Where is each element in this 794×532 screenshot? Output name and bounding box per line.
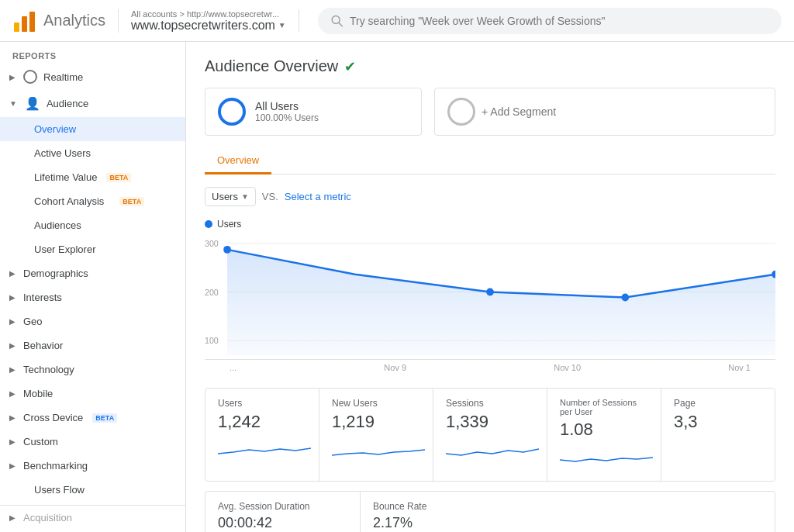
segment-bar: All Users 100.00% Users + Add Segment <box>205 88 775 136</box>
arrow-icon: ▶ <box>9 293 16 302</box>
sidebar-item-lifetime-value[interactable]: Lifetime Value BETA <box>0 165 185 189</box>
metric-users-value: 1,242 <box>218 412 306 432</box>
sidebar-item-geo[interactable]: ▶ Geo <box>0 309 185 333</box>
sidebar-item-mobile[interactable]: ▶ Mobile <box>0 382 185 406</box>
legend-label: Users <box>217 219 241 230</box>
svg-line-4 <box>339 22 343 26</box>
sidebar-item-label: Demographics <box>23 268 88 279</box>
metric-new-users-name: New Users <box>332 398 420 409</box>
add-segment-label: + Add Segment <box>482 105 556 118</box>
arrow-icon: ▶ <box>9 389 16 398</box>
sidebar-item-users-flow[interactable]: Users Flow <box>0 478 185 502</box>
sidebar-item-realtime[interactable]: ▶ Realtime <box>0 64 185 90</box>
arrow-icon: ▶ <box>9 461 16 470</box>
svg-rect-1 <box>22 16 27 32</box>
tab-overview[interactable]: Overview <box>205 148 271 174</box>
metric-sessions-name: Sessions <box>446 398 534 409</box>
domain-caret-icon: ▼ <box>278 21 286 29</box>
sidebar-item-audiences[interactable]: Audiences <box>0 213 185 237</box>
domain-selector[interactable]: All accounts > http://www.topsecretwr...… <box>118 9 299 33</box>
sidebar-item-label: Mobile <box>23 388 53 399</box>
metric-bounce-rate-value: 2.17% <box>373 515 503 531</box>
sidebar-item-benchmarking[interactable]: ▶ Benchmarking <box>0 454 185 478</box>
svg-rect-0 <box>14 22 19 32</box>
metric-sessions: Sessions 1,339 <box>433 389 547 481</box>
segment-info: All Users 100.00% Users <box>255 100 319 123</box>
metrics-bottom: Avg. Session Duration 00:00:42 Bounce Ra… <box>205 491 775 532</box>
sidebar-item-overview[interactable]: Overview <box>0 117 185 141</box>
realtime-icon <box>23 70 37 84</box>
metric-page-value: 3,3 <box>674 412 762 432</box>
sidebar-item-cohort-analysis[interactable]: Cohort Analysis BETA <box>0 189 185 213</box>
metric-sessions-per-user-value: 1.08 <box>560 420 648 440</box>
users-sparkline <box>218 438 311 461</box>
x-label-3: Nov 1 <box>728 363 751 372</box>
metric-avg-session-value: 00:00:42 <box>218 515 347 531</box>
sidebar-item-custom[interactable]: ▶ Custom <box>0 430 185 454</box>
select-metric-link[interactable]: Select a metric <box>285 191 351 202</box>
metric-avg-session-name: Avg. Session Duration <box>218 501 347 512</box>
sidebar-item-label: Cross Device <box>23 412 83 423</box>
sessions-per-user-sparkline <box>560 446 653 469</box>
segment-sub: 100.00% Users <box>255 112 319 123</box>
arrow-icon: ▶ <box>9 317 16 326</box>
sidebar-item-technology[interactable]: ▶ Technology <box>0 358 185 382</box>
person-icon: 👤 <box>25 96 40 111</box>
metric-selector: Users ▼ VS. Select a metric <box>205 187 775 206</box>
segment-all-users[interactable]: All Users 100.00% Users <box>205 88 422 136</box>
arrow-down-icon: ▼ <box>9 99 17 108</box>
sidebar-item-demographics[interactable]: ▶ Demographics <box>0 261 185 285</box>
sidebar-item-user-explorer[interactable]: User Explorer <box>0 237 185 261</box>
x-label-2: Nov 10 <box>554 363 581 372</box>
search-bar[interactable] <box>318 8 782 34</box>
metric-sessions-per-user-name: Number of Sessions per User <box>560 398 648 416</box>
metric-users-name: Users <box>218 398 306 409</box>
sidebar-item-label: Benchmarking <box>23 460 88 472</box>
sidebar-item-label: Cohort Analysis <box>34 195 104 207</box>
chart-container: 300 200 100 <box>205 236 775 360</box>
sidebar-item-label: Geo <box>23 316 43 327</box>
svg-rect-2 <box>29 12 35 32</box>
metric-dropdown[interactable]: Users ▼ <box>205 187 256 206</box>
beta-badge: BETA <box>106 173 131 182</box>
metric-new-users: New Users 1,219 <box>319 389 433 481</box>
sidebar-item-label: Overview <box>34 123 76 135</box>
metrics-grid: Users 1,242 New Users 1,219 Sessions 1,3… <box>205 388 775 482</box>
vs-label: VS. <box>262 191 278 202</box>
logo: Analytics <box>12 9 105 33</box>
sidebar-item-audience[interactable]: ▼ 👤 Audience <box>0 90 185 117</box>
add-segment-circle <box>447 98 475 126</box>
metric-page-name: Page <box>674 398 762 409</box>
svg-text:300: 300 <box>205 239 219 248</box>
sidebar-item-interests[interactable]: ▶ Interests <box>0 285 185 309</box>
add-segment-button[interactable]: + Add Segment <box>434 88 775 136</box>
content-area: Audience Overview ✔ All Users 100.00% Us… <box>186 42 794 532</box>
arrow-icon: ▶ <box>9 365 16 374</box>
sidebar-item-acquisition[interactable]: ▶ Acquisition <box>0 505 185 530</box>
metric-dropdown-value: Users <box>212 191 238 202</box>
beta-badge-cross-device: BETA <box>92 413 117 423</box>
segment-circle <box>218 98 246 126</box>
domain-name[interactable]: www.topsecretwriters.com ▼ <box>131 19 286 33</box>
dropdown-caret-icon: ▼ <box>241 192 249 201</box>
sidebar-item-behavior[interactable]: ▶ Behavior <box>0 333 185 358</box>
x-label-0: ... <box>230 363 236 372</box>
sidebar-item-active-users[interactable]: Active Users <box>0 141 185 165</box>
sidebar-item-label: Lifetime Value <box>34 171 97 183</box>
sidebar-item-cross-device[interactable]: ▶ Cross Device BETA <box>0 406 185 430</box>
metric-page-partial: Page 3,3 <box>661 389 775 481</box>
svg-point-12 <box>223 246 231 254</box>
sidebar-item-label: Custom <box>23 436 58 447</box>
sidebar-item-label: Behavior <box>23 340 63 351</box>
logo-text: Analytics <box>43 12 105 29</box>
verified-icon: ✔ <box>344 58 356 75</box>
search-input[interactable] <box>350 15 769 27</box>
metric-new-users-value: 1,219 <box>332 412 420 432</box>
svg-text:100: 100 <box>205 336 219 345</box>
analytics-logo-icon <box>12 9 37 33</box>
sidebar-item-label: Realtime <box>43 71 83 83</box>
metric-users: Users 1,242 <box>205 389 319 481</box>
sidebar-item-label: Audience <box>47 98 88 109</box>
chart-x-axis: ... Nov 9 Nov 10 Nov 1 <box>205 360 775 372</box>
beta-badge-cohort: BETA <box>119 197 144 206</box>
